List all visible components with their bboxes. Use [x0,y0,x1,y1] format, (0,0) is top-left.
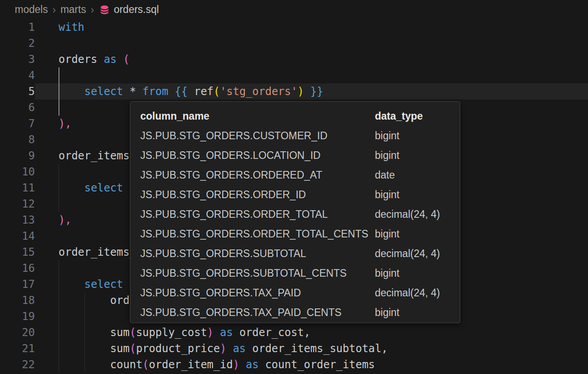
data-type-cell: decimal(24, 4) [375,283,460,303]
line-number[interactable]: 9 [0,148,35,164]
data-type-cell: bigint [375,126,460,145]
code-line-content[interactable] [35,67,588,83]
indent-guide [59,83,59,100]
code-line-content[interactable] [35,35,588,51]
chevron-right-icon: › [52,4,56,16]
column-row: JS.PUB.STG_ORDERS.ORDER_TOTALdecimal(24,… [130,204,460,224]
code-line-content[interactable]: sum(supply_cost) as order_cost, [35,324,588,341]
column-name-cell: JS.PUB.STG_ORDERS.ORDER_TOTAL [140,204,375,224]
column-table-body: JS.PUB.STG_ORDERS.CUSTOMER_IDbigintJS.PU… [130,126,460,322]
line-number[interactable]: 3 [0,51,35,67]
line-number[interactable]: 1 [0,19,35,35]
line-number[interactable]: 10 [0,164,35,180]
code-line-22[interactable]: 22 count(order_item_id) as count_order_i… [0,357,588,373]
line-number[interactable]: 14 [0,228,35,244]
indent-guide [59,357,59,373]
column-name-cell: JS.PUB.STG_ORDERS.ORDER_TOTAL_CENTS [140,224,375,244]
column-row: JS.PUB.STG_ORDERS.LOCATION_IDbigint [130,145,460,165]
line-number[interactable]: 20 [0,324,35,341]
code-line-content[interactable]: sum(product_price) as order_items_subtot… [35,341,588,357]
data-type-cell: bigint [375,185,460,204]
line-number[interactable]: 18 [0,292,35,308]
indent-guide [59,164,59,180]
indent-guide [59,100,59,116]
column-row: JS.PUB.STG_ORDERS.CUSTOMER_IDbigint [130,126,460,145]
code-line-content[interactable]: with [35,19,588,35]
line-number[interactable]: 5 [0,83,35,100]
indent-guide [59,67,59,83]
column-name-cell: JS.PUB.STG_ORDERS.ORDER_ID [140,185,375,204]
line-number[interactable]: 19 [0,308,35,324]
column-table-header: column_name data_type [130,106,460,126]
line-number[interactable]: 4 [0,67,35,83]
data-type-header: data_type [375,106,460,126]
column-name-cell: JS.PUB.STG_ORDERS.SUBTOTAL_CENTS [140,263,375,283]
column-name-cell: JS.PUB.STG_ORDERS.SUBTOTAL [140,244,375,263]
line-number[interactable]: 22 [0,357,35,373]
line-number[interactable]: 12 [0,196,35,212]
code-line-1[interactable]: 1with [0,19,588,35]
code-line-2[interactable]: 2 [0,35,588,51]
column-row: JS.PUB.STG_ORDERS.SUBTOTALdecimal(24, 4) [130,244,460,263]
column-info-popup: column_name data_type JS.PUB.STG_ORDERS.… [130,101,460,323]
indent-guide [59,308,59,324]
data-type-cell: bigint [375,224,460,244]
breadcrumb-item-marts[interactable]: marts [60,4,86,16]
column-row: JS.PUB.STG_ORDERS.SUBTOTAL_CENTSbigint [130,263,460,283]
indent-guide [59,341,59,357]
data-type-cell: bigint [375,303,460,322]
indent-guide [84,357,85,373]
line-number[interactable]: 21 [0,341,35,357]
line-number[interactable]: 2 [0,35,35,51]
line-number[interactable]: 16 [0,260,35,276]
data-type-cell: decimal(24, 4) [375,204,460,224]
indent-guide [59,260,59,276]
breadcrumb-item-models[interactable]: models [15,4,48,16]
breadcrumb-file-label: orders.sql [114,4,159,16]
column-row: JS.PUB.STG_ORDERS.TAX_PAIDdecimal(24, 4) [130,283,460,303]
column-row: JS.PUB.STG_ORDERS.ORDER_IDbigint [130,185,460,204]
code-line-content[interactable]: select * from {{ ref('stg_orders') }} [35,83,588,100]
code-line-20[interactable]: 20 sum(supply_cost) as order_cost, [0,324,588,341]
column-name-cell: JS.PUB.STG_ORDERS.CUSTOMER_ID [140,126,375,145]
code-line-21[interactable]: 21 sum(product_price) as order_items_sub… [0,341,588,357]
column-name-cell: JS.PUB.STG_ORDERS.TAX_PAID [140,283,375,303]
line-number[interactable]: 7 [0,116,35,132]
code-line-3[interactable]: 3orders as ( [0,51,588,67]
indent-guide [84,324,85,341]
data-type-cell: decimal(24, 4) [375,244,460,263]
data-type-cell: date [375,165,460,185]
column-row: JS.PUB.STG_ORDERS.ORDER_TOTAL_CENTSbigin… [130,224,460,244]
data-type-cell: bigint [375,145,460,165]
indent-guide [59,324,59,341]
code-line-4[interactable]: 4 [0,67,588,83]
code-line-content[interactable]: orders as ( [35,51,588,67]
column-name-cell: JS.PUB.STG_ORDERS.LOCATION_ID [140,145,375,165]
breadcrumb-file[interactable]: orders.sql [99,4,159,16]
column-name-header: column_name [140,106,375,126]
indent-guide [59,180,59,196]
column-row: JS.PUB.STG_ORDERS.TAX_PAID_CENTSbigint [130,303,460,322]
line-number[interactable]: 15 [0,244,35,260]
line-number[interactable]: 11 [0,180,35,196]
line-number[interactable]: 17 [0,276,35,292]
line-number[interactable]: 13 [0,212,35,228]
column-name-cell: JS.PUB.STG_ORDERS.ORDERED_AT [140,165,375,185]
data-type-cell: bigint [375,263,460,283]
indent-guide [84,292,85,308]
indent-guide [59,196,59,212]
column-row: JS.PUB.STG_ORDERS.ORDERED_ATdate [130,165,460,185]
indent-guide [59,292,59,308]
indent-guide [84,341,85,357]
database-icon [99,4,110,16]
breadcrumb: models › marts › orders.sql [0,0,588,19]
line-number[interactable]: 6 [0,100,35,116]
line-number[interactable]: 8 [0,132,35,148]
code-line-5[interactable]: 5 select * from {{ ref('stg_orders') }} [0,83,588,100]
indent-guide [84,308,85,324]
chevron-right-icon: › [91,4,94,16]
code-line-content[interactable]: count(order_item_id) as count_order_item… [35,357,588,373]
column-name-cell: JS.PUB.STG_ORDERS.TAX_PAID_CENTS [140,303,375,322]
indent-guide [59,276,59,292]
